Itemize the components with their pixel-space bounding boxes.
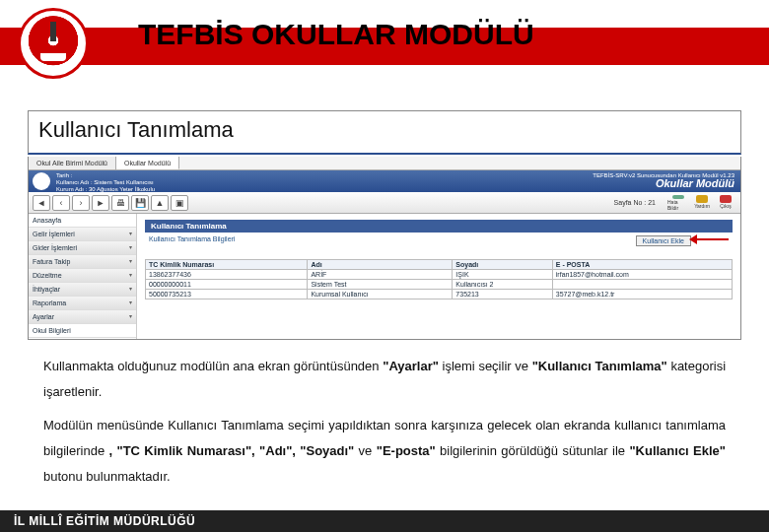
sidebar-item[interactable]: Ayarlar▾ (29, 310, 136, 324)
toolbar-save-icon[interactable]: 💾 (131, 195, 149, 211)
chevron-down-icon: ▾ (129, 230, 132, 238)
app-banner: Tarih : Kullanıcı Adı : Sistem Test Kull… (29, 170, 740, 192)
table-row[interactable]: 00000000011Sistem TestKullanıcısı 2 (146, 280, 733, 290)
sidebar-item[interactable]: Gider İşlemleri▾ (29, 241, 136, 255)
table-row[interactable]: 13862377436ARİFIŞIKirfan1857@hotmail.com (146, 270, 733, 280)
table-cell: Sistem Test (308, 280, 453, 290)
table-cell: IŞIK (453, 270, 552, 280)
chevron-down-icon: ▾ (129, 299, 132, 307)
callout-arrow-icon (689, 235, 729, 243)
user-table: TC Kimlik NumarasıAdıSoyadıE - POSTA 138… (145, 259, 733, 299)
chevron-down-icon: ▾ (129, 257, 132, 266)
work-area: AnasayfaGelir İşlemleri▾Gider İşlemleri▾… (29, 214, 740, 339)
torch-icon (50, 22, 56, 41)
banner-line3: Kurum Adı : 30 Ağustos Yeter İlkokulu (56, 186, 155, 193)
table-header: E - POSTA (552, 260, 732, 270)
sidebar-item[interactable]: Anasayfa (29, 214, 136, 228)
banner-logo-icon (33, 172, 50, 190)
sidebar-item[interactable]: Banka Hesap Bilgileri (29, 338, 136, 340)
footer-bar: İL MİLLÎ EĞİTİM MÜDÜRLÜĞÜ (0, 510, 769, 532)
table-header: Soyadı (453, 260, 552, 270)
chevron-down-icon: ▾ (129, 243, 132, 252)
toolbar-export-icon[interactable]: ▣ (171, 195, 188, 211)
table-cell: irfan1857@hotmail.com (552, 270, 732, 280)
help-icon (696, 195, 708, 203)
table-cell: Kurumsal Kullanıcı (308, 290, 453, 299)
slide-header: TEFBİS OKULLAR MODÜLÜ (0, 0, 769, 89)
module-tabs: Okul Aile Birimi Modülü Okullar Modülü (29, 157, 740, 170)
table-header: TC Kimlik Numarası (146, 260, 308, 270)
description-text: Kullanmakta olduğunuz modülün ana ekran … (43, 354, 726, 490)
toolbar: ◄ ‹ › ► 🖶 💾 ▲ ▣ Sayfa No : 21 Hata Bildi… (29, 192, 740, 214)
sidebar-item[interactable]: Fatura Takip▾ (29, 255, 136, 269)
panel-title: Kullanıcı Tanımlama (145, 220, 733, 233)
toolbar-nav2-icon[interactable]: ‹ (52, 195, 70, 211)
book-icon (40, 53, 66, 61)
paragraph-2: Modülün menüsünde Kullanıcı Tanımlama se… (43, 413, 726, 490)
tab-okullar[interactable]: Okullar Modülü (116, 157, 179, 169)
chevron-down-icon: ▾ (129, 285, 132, 294)
toolbar-right-icons: Hata Bildir Yardım Çıkış (667, 195, 736, 211)
banner-right-big: Okullar Modülü (593, 179, 734, 187)
banner-line2: Kullanıcı Adı : Sistem Test Kullanıcısı (56, 179, 155, 186)
sidebar-item[interactable]: Raporlama▾ (29, 297, 136, 310)
table-cell: 735213 (453, 290, 552, 299)
toolbar-nav3-icon[interactable]: › (72, 195, 90, 211)
chevron-down-icon: ▾ (129, 271, 132, 280)
toolbar-nav4-icon[interactable]: ► (92, 195, 109, 211)
page-number: Sayfa No : 21 (614, 199, 656, 206)
table-row[interactable]: 50000735213Kurumsal Kullanıcı73521335727… (146, 290, 733, 299)
paragraph-1: Kullanmakta olduğunuz modülün ana ekran … (43, 354, 726, 405)
banner-right: TEFBİS-SRV:v2 Sunucusundan Kullanıcı Mod… (593, 171, 734, 187)
tab-okul-aile[interactable]: Okul Aile Birimi Modülü (29, 157, 116, 169)
banner-info: Tarih : Kullanıcı Adı : Sistem Test Kull… (56, 172, 155, 193)
banner-line1: Tarih : (56, 172, 155, 179)
hata-bildir-button[interactable]: Hata Bildir (667, 195, 689, 211)
table-cell: 35727@meb.k12.tr (552, 290, 732, 299)
toolbar-nav1-icon[interactable]: ◄ (33, 195, 50, 211)
subtitle-box: Kullanıcı Tanımlama (28, 110, 741, 155)
sidebar-item[interactable]: Okul Bilgileri (29, 324, 136, 338)
page-title: TEFBİS OKULLAR MODÜLÜ (138, 18, 534, 51)
sidebar-item[interactable]: İhtiyaçlar▾ (29, 283, 136, 297)
add-user-button[interactable]: Kullanıcı Ekle (636, 235, 691, 246)
table-cell: 00000000011 (146, 280, 308, 290)
exit-icon (720, 195, 732, 203)
content-panel: Kullanıcı Tanımlama Kullanıcı Tanımlama … (137, 214, 740, 339)
sidebar-item[interactable]: Gelir İşlemleri▾ (29, 228, 136, 241)
table-header: Adı (308, 260, 453, 270)
cikis-button[interactable]: Çıkış (715, 195, 736, 211)
table-cell: 13862377436 (146, 270, 308, 280)
toolbar-print-icon[interactable]: 🖶 (111, 195, 129, 211)
table-cell: ARİF (308, 270, 453, 280)
app-screenshot: Okul Aile Birimi Modülü Okullar Modülü T… (28, 157, 741, 340)
table-cell (552, 280, 732, 290)
subtitle: Kullanıcı Tanımlama (38, 117, 731, 143)
yardim-button[interactable]: Yardım (691, 195, 713, 211)
sidebar-item[interactable]: Düzeltme▾ (29, 269, 136, 283)
table-cell: 50000735213 (146, 290, 308, 299)
meb-logo (18, 8, 89, 79)
sidebar: AnasayfaGelir İşlemleri▾Gider İşlemleri▾… (29, 214, 137, 339)
chevron-down-icon: ▾ (129, 312, 132, 321)
table-cell: Kullanıcısı 2 (453, 280, 552, 290)
meb-logo-inner (26, 16, 81, 71)
toolbar-pdf-icon[interactable]: ▲ (151, 195, 169, 211)
